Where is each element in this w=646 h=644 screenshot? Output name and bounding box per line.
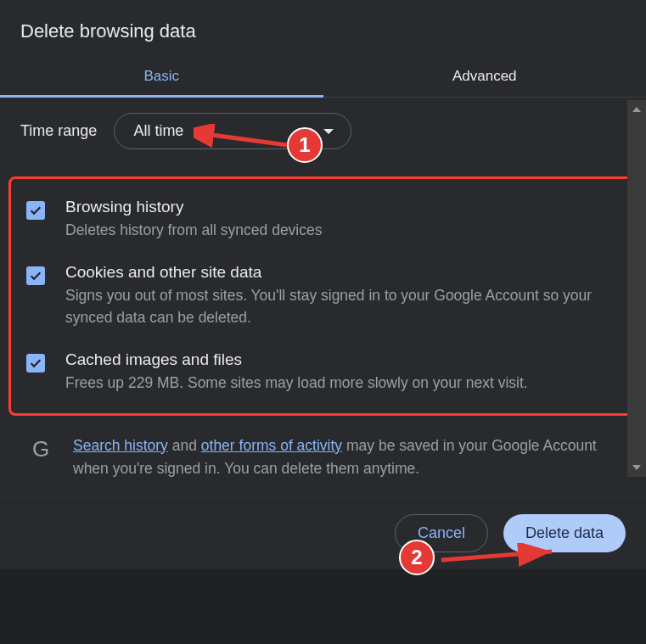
checkmark-icon [29, 204, 42, 217]
annotation-arrow-2 [433, 543, 569, 577]
option-subtitle: Deletes history from all synced devices [65, 220, 616, 241]
svg-line-1 [441, 552, 552, 560]
annotation-badge-1: 1 [287, 127, 323, 163]
option-title: Browsing history [65, 198, 616, 216]
option-title: Cached images and files [65, 350, 616, 369]
backdrop [0, 569, 646, 644]
checkbox-cookies[interactable] [26, 266, 45, 285]
checkmark-icon [29, 356, 42, 370]
annotation-highlight-box: Browsing history Deletes history from al… [8, 176, 634, 416]
link-other-activity[interactable]: other forms of activity [201, 437, 342, 454]
svg-line-0 [205, 134, 294, 146]
annotation-badge-2: 2 [399, 540, 435, 575]
option-browsing-history: Browsing history Deletes history from al… [20, 191, 620, 256]
tab-advanced[interactable]: Advanced [323, 56, 647, 97]
scrollbar[interactable] [627, 100, 646, 477]
google-account-info: G Search history and other forms of acti… [20, 434, 626, 480]
google-icon: G [32, 436, 56, 462]
time-range-value: All time [133, 122, 183, 140]
scroll-up-icon[interactable] [627, 100, 646, 119]
option-subtitle: Signs you out of most sites. You'll stay… [65, 285, 616, 328]
chevron-down-icon [323, 129, 334, 134]
info-text: Search history and other forms of activi… [73, 434, 622, 480]
link-search-history[interactable]: Search history [73, 437, 168, 454]
checkbox-cached[interactable] [26, 354, 45, 372]
delete-browsing-data-dialog: Delete browsing data Basic Advanced Time… [0, 0, 646, 644]
tab-basic[interactable]: Basic [0, 56, 323, 97]
option-subtitle: Frees up 229 MB. Some sites may load mor… [65, 372, 616, 394]
dialog-title: Delete browsing data [0, 0, 646, 56]
checkmark-icon [29, 269, 42, 283]
checkbox-browsing-history[interactable] [26, 201, 45, 220]
option-cookies: Cookies and other site data Signs you ou… [20, 256, 620, 344]
option-cached: Cached images and files Frees up 229 MB.… [20, 344, 620, 397]
scroll-down-icon[interactable] [627, 458, 646, 477]
time-range-label: Time range [20, 122, 97, 140]
option-title: Cookies and other site data [65, 263, 616, 282]
tab-bar: Basic Advanced [0, 56, 646, 98]
